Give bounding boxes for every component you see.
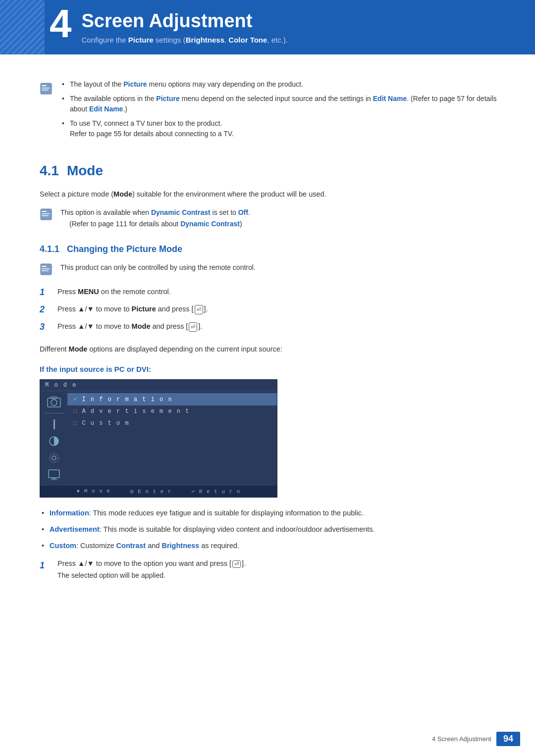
section-4-1-1-header: 4.1.1 Changing the Picture Mode — [40, 244, 505, 254]
menu-item-label-1: I n f o r m a t i o n — [82, 396, 172, 403]
menu-item-label-2: A d v e r t i s e m e n t — [82, 408, 190, 415]
svg-rect-21 — [54, 419, 55, 429]
chapter-header-text: Screen Adjustment Configure the Picture … — [82, 0, 308, 54]
step-2-num: 2 — [40, 303, 54, 316]
svg-rect-9 — [42, 215, 49, 216]
if-source-heading: If the input source is PC or DVI: — [40, 365, 505, 373]
menu-item-check-1: ✓ — [73, 396, 82, 403]
menu-sidebar-icon-3 — [46, 434, 62, 448]
footer-chapter-text: 4 Screen Adjustment — [432, 735, 491, 743]
menu-divider-1 — [44, 413, 64, 413]
note-icon-4-1-svg — [40, 207, 54, 222]
svg-rect-26 — [52, 478, 56, 479]
chapter-number-block: 4 — [45, 0, 82, 54]
svg-rect-25 — [49, 470, 59, 478]
menu-items-area: ✓ I n f o r m a t i o n □ A d v e r t i … — [67, 391, 277, 486]
bullet-advertisement-label: Advertisement — [50, 525, 100, 533]
final-step-indent: The selected option will be applied. — [57, 570, 246, 581]
menu-sidebar-icon-2 — [46, 417, 62, 431]
menu-sidebar-icon-5 — [46, 468, 62, 482]
notes-box: The layout of the Picture menu options m… — [40, 79, 505, 143]
menu-icon-camera-svg — [47, 396, 61, 408]
step-2: 2 Press ▲/▼ to move to Picture and press… — [40, 303, 505, 316]
menu-item-label-3: C u s t o m — [82, 420, 129, 427]
menu-item-check-2: □ — [73, 408, 82, 415]
footer-return: ↩ R e t u r n — [192, 488, 241, 495]
note-picture-2: Picture — [156, 95, 179, 102]
different-mode-bold: Mode — [69, 345, 88, 353]
menu-title-bar: M o d e — [40, 380, 277, 391]
note-item-2: The available options in the Picture men… — [62, 94, 505, 114]
subtitle-colortone: Color Tone — [228, 36, 267, 44]
main-content: The layout of the Picture menu options m… — [0, 54, 535, 625]
note-picture-1: Picture — [123, 80, 147, 88]
section-4-1-1: 4.1.1 Changing the Picture Mode This pro… — [40, 244, 505, 581]
bullet-contrast: Contrast — [116, 542, 146, 550]
menu-body: ✓ I n f o r m a t i o n □ A d v e r t i … — [40, 391, 277, 486]
step-3-mode: Mode — [132, 322, 151, 330]
different-mode-text: Different Mode options are displayed dep… — [40, 344, 505, 355]
menu-title-text: M o d e — [45, 382, 77, 389]
section-4-1-desc: Select a picture mode (Mode) suitable fo… — [40, 189, 505, 200]
menu-icon-circle-svg — [49, 436, 59, 447]
menu-icon-bar-svg — [49, 418, 59, 430]
section-4-1-header: 4.1 Mode — [40, 163, 505, 179]
section-4-1-note-text: This option is available when Dynamic Co… — [60, 207, 250, 229]
svg-rect-13 — [42, 266, 47, 267]
svg-point-19 — [51, 400, 57, 405]
subtitle-brightness: Brightness — [186, 36, 224, 44]
svg-rect-27 — [51, 479, 57, 480]
final-step-line1: Press ▲/▼ to move to the option you want… — [57, 559, 246, 567]
bullet-information-label: Information — [50, 509, 89, 517]
section-4-1-note-line1: This option is available when Dynamic Co… — [60, 208, 250, 216]
note-icon-4-1-1-svg — [40, 262, 54, 277]
menu-item-custom[interactable]: □ C u s t o m — [67, 417, 277, 429]
banner-stripes — [0, 0, 45, 54]
footer-enter: ⊡ E n t e r — [130, 488, 172, 495]
step-1-text: Press MENU on the remote control. — [57, 286, 171, 298]
svg-rect-1 — [42, 85, 47, 86]
subtitle-picture: Picture — [128, 36, 154, 44]
page-footer: 4 Screen Adjustment 94 — [432, 732, 520, 746]
menu-item-check-3: □ — [73, 420, 82, 427]
menu-item-advertisement[interactable]: □ A d v e r t i s e m e n t — [67, 405, 277, 417]
bullet-list: Information: This mode reduces eye fatig… — [40, 507, 505, 552]
final-step-num: 1 — [40, 559, 54, 572]
menu-screenshot: M o d e — [40, 379, 277, 498]
chapter-subtitle: Configure the Picture settings (Brightne… — [82, 36, 288, 44]
dynamic-contrast-1: Dynamic Contrast — [151, 208, 211, 216]
note-item-1: The layout of the Picture menu options m… — [62, 79, 505, 90]
step-3-enter: ⏎ — [189, 322, 197, 332]
final-step: 1 Press ▲/▼ to move to the option you wa… — [40, 559, 505, 581]
svg-rect-2 — [42, 88, 50, 89]
step-2-enter: ⏎ — [195, 305, 203, 315]
svg-point-23 — [52, 456, 56, 460]
svg-rect-8 — [42, 213, 50, 214]
final-step-enter: ⏎ — [232, 560, 241, 568]
chapter-title: Screen Adjustment — [82, 10, 288, 32]
menu-item-information[interactable]: ✓ I n f o r m a t i o n — [67, 393, 277, 405]
step-2-picture: Picture — [132, 305, 156, 313]
step-3-num: 3 — [40, 321, 54, 333]
note-item-3-indent: Refer to page 55 for details about conne… — [70, 129, 505, 139]
step-2-text: Press ▲/▼ to move to Picture and press [… — [57, 303, 208, 315]
final-step-text: Press ▲/▼ to move to the option you want… — [57, 559, 246, 581]
section-4-1-1-number: 4.1.1 Changing the Picture Mode — [40, 244, 182, 254]
svg-point-24 — [50, 454, 58, 462]
section-4-1-number: 4.1 — [40, 163, 59, 179]
notes-section: The layout of the Picture menu options m… — [40, 79, 505, 143]
section-4-1-1-note-text: This product can only be controlled by u… — [60, 262, 256, 273]
menu-sidebar-icon-4 — [46, 451, 62, 465]
menu-icon-monitor-svg — [48, 469, 60, 480]
svg-rect-3 — [42, 90, 49, 91]
dynamic-contrast-2: Dynamic Contrast — [180, 220, 240, 228]
mode-bold-1: Mode — [113, 190, 132, 198]
section-4-1-note: This option is available when Dynamic Co… — [40, 207, 505, 229]
note-item-3: To use TV, connect a TV tuner box to the… — [62, 118, 505, 139]
chapter-banner: 4 Screen Adjustment Configure the Pictur… — [0, 0, 535, 54]
step-1-num: 1 — [40, 286, 54, 299]
note-icon-4-1 — [40, 207, 54, 223]
step-3: 3 Press ▲/▼ to move to Mode and press [⏎… — [40, 321, 505, 333]
menu-icon-gear-svg — [49, 453, 59, 463]
note-editname-2: Edit Name — [89, 105, 123, 113]
